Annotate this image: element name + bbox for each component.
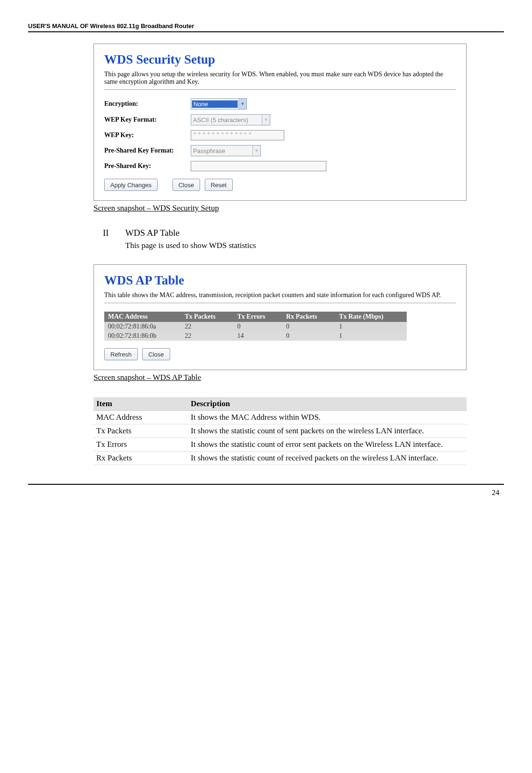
psk-format-label: Pre-Shared Key Format: (104, 147, 191, 154)
table-row: 00:02:72:81:86:0a 22 0 0 1 (104, 322, 407, 331)
cell: 14 (233, 331, 282, 341)
table-row: Tx Errors It shows the statistic count o… (93, 438, 467, 452)
section-title: WDS AP Table (125, 228, 180, 238)
section-body: This page is used to show WDS statistics (125, 241, 467, 250)
panel-title: WDS Security Setup (104, 52, 456, 67)
description-table: Item Description MAC Address It shows th… (93, 397, 467, 465)
close-button[interactable]: Close (173, 179, 200, 191)
psk-format-select[interactable]: Passphrase ▼ (191, 145, 261, 156)
panel-title: WDS AP Table (104, 273, 456, 288)
encryption-label: Encryption: (104, 100, 191, 108)
figure-caption-1: Screen snapshot – WDS Security Setup (93, 204, 467, 213)
desc-cell: It shows the statistic count of error se… (188, 438, 467, 452)
wep-key-input[interactable]: ************* (191, 130, 284, 140)
reset-button[interactable]: Reset (205, 179, 233, 191)
item-cell: MAC Address (93, 411, 188, 424)
cell: 0 (233, 322, 282, 331)
encryption-select[interactable]: None ▼ (191, 98, 247, 109)
apply-changes-button[interactable]: Apply Changes (104, 179, 158, 191)
wep-key-label: WEP Key: (104, 131, 191, 139)
cell: 1 (335, 331, 406, 341)
doc-header: USER'S MANUAL OF Wireless 802.11g Broadb… (28, 22, 504, 29)
item-cell: Tx Packets (93, 424, 188, 438)
col-txpackets: Tx Packets (181, 312, 233, 322)
psk-label: Pre-Shared Key: (104, 162, 191, 170)
wep-key-format-value: ASCII (5 characters) (191, 117, 250, 124)
wds-ap-table-panel: WDS AP Table This table shows the MAC ad… (93, 264, 467, 370)
item-cell: Tx Errors (93, 438, 188, 452)
page-number: 24 (28, 489, 504, 497)
cell: 1 (335, 322, 406, 331)
cell: 00:02:72:81:86:0b (104, 331, 181, 341)
encryption-value: None (192, 100, 238, 108)
col-mac: MAC Address (104, 312, 181, 322)
wep-key-format-select[interactable]: ASCII (5 characters) ▼ (191, 114, 270, 125)
cell: 22 (181, 322, 233, 331)
wep-key-format-label: WEP Key Format: (104, 116, 191, 124)
psk-input[interactable] (191, 161, 326, 171)
cell: 0 (282, 322, 335, 331)
wds-security-panel: WDS Security Setup This page allows you … (93, 44, 467, 201)
desc-cell: It shows the MAC Address within WDS. (188, 411, 467, 424)
table-row: MAC Address It shows the MAC Address wit… (93, 411, 467, 424)
chevron-down-icon: ▼ (262, 115, 270, 125)
cell: 0 (282, 331, 335, 341)
close-button[interactable]: Close (142, 348, 170, 360)
chevron-down-icon: ▼ (238, 99, 246, 109)
col-txrate: Tx Rate (Mbps) (335, 312, 406, 322)
refresh-button[interactable]: Refresh (104, 348, 138, 360)
col-rxpackets: Rx Packets (282, 312, 335, 322)
section-heading: II WDS AP Table (103, 228, 467, 238)
col-item: Item (93, 397, 188, 411)
chevron-down-icon: ▼ (252, 146, 260, 156)
panel-subtitle: This page allows you setup the wireless … (104, 71, 456, 90)
desc-cell: It shows the statistic count of received… (188, 452, 467, 465)
header-rule (28, 31, 504, 32)
figure-caption-2: Screen snapshot – WDS AP Table (93, 373, 467, 382)
table-row: 00:02:72:81:86:0b 22 14 0 1 (104, 331, 407, 341)
col-desc: Description (188, 397, 467, 411)
cell: 22 (181, 331, 233, 341)
panel-subtitle: This table shows the MAC address, transm… (104, 292, 456, 303)
table-row: Tx Packets It shows the statistic count … (93, 424, 467, 438)
col-txerrors: Tx Errors (233, 312, 282, 322)
wds-data-table: MAC Address Tx Packets Tx Errors Rx Pack… (104, 312, 407, 341)
desc-cell: It shows the statistic count of sent pac… (188, 424, 467, 438)
cell: 00:02:72:81:86:0a (104, 322, 181, 331)
footer-rule (28, 484, 504, 485)
section-numeral: II (103, 228, 125, 238)
psk-format-value: Passphrase (191, 147, 227, 154)
table-row: Rx Packets It shows the statistic count … (93, 452, 467, 465)
item-cell: Rx Packets (93, 452, 188, 465)
